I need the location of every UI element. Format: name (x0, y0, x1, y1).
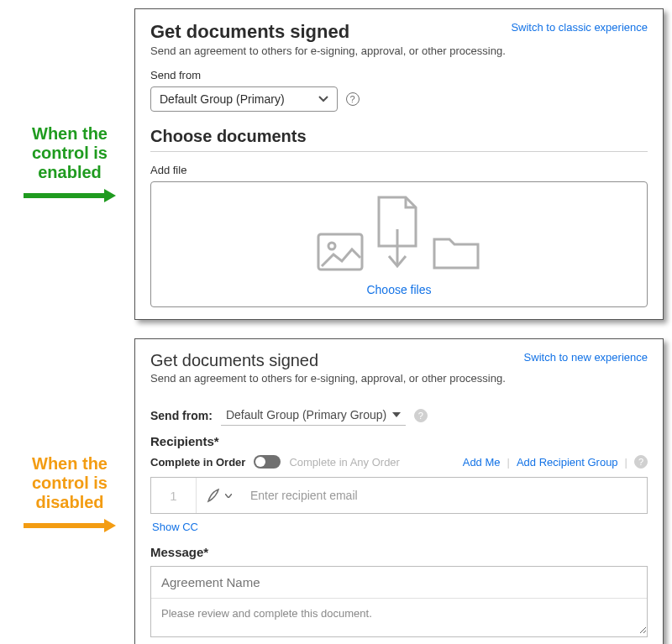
annotation-enabled: When the control is enabled (8, 124, 134, 204)
choose-files-link[interactable]: Choose files (151, 283, 647, 296)
switch-experience-link[interactable]: Switch to classic experience (511, 21, 648, 34)
recipient-email-input[interactable] (242, 478, 647, 513)
chevron-down-icon (318, 96, 328, 102)
modern-panel: Get documents signed Send an agreement t… (134, 8, 664, 320)
help-icon[interactable]: ? (634, 455, 648, 469)
svg-point-3 (328, 243, 335, 249)
show-cc-link[interactable]: Show CC (152, 521, 648, 533)
agreement-name-input[interactable] (151, 567, 647, 599)
annotation-disabled-text: When the control is disabled (32, 454, 108, 511)
send-from-value: Default Group (Primary Group) (226, 408, 386, 421)
arrow-right-icon (24, 517, 116, 534)
arrow-right-icon (24, 187, 116, 204)
send-from-value: Default Group (Primary) (160, 92, 285, 106)
divider: | (625, 456, 627, 469)
add-recipient-group-link[interactable]: Add Recipient Group (517, 456, 618, 469)
complete-any-order-label: Complete in Any Order (289, 456, 400, 469)
message-body-textarea[interactable] (151, 599, 647, 634)
recipients-heading: Recipients* (150, 434, 648, 448)
svg-marker-6 (104, 519, 116, 532)
switch-experience-link[interactable]: Switch to new experience (524, 351, 648, 364)
page-title: Get documents signed (150, 351, 506, 370)
annotation-disabled: When the control is disabled (8, 454, 134, 534)
page-subtitle: Send an agreement to others for e-signin… (150, 372, 506, 385)
send-from-select[interactable]: Default Group (Primary Group) (221, 405, 406, 426)
file-download-icon (374, 196, 421, 271)
page-subtitle: Send an agreement to others for e-signin… (150, 45, 506, 57)
help-icon[interactable]: ? (346, 92, 360, 106)
folder-icon (431, 233, 481, 271)
recipient-index: 1 (151, 478, 197, 513)
pen-icon (207, 488, 222, 503)
help-icon[interactable]: ? (414, 409, 428, 422)
add-me-link[interactable]: Add Me (463, 456, 501, 469)
image-icon (317, 233, 364, 271)
annotation-enabled-text: When the control is enabled (32, 124, 108, 181)
divider (150, 151, 648, 152)
page-title: Get documents signed (150, 21, 506, 43)
complete-in-order-label: Complete in Order (150, 456, 245, 469)
chevron-down-icon (225, 494, 232, 498)
order-toggle[interactable] (254, 455, 281, 469)
add-file-label: Add file (150, 164, 648, 176)
caret-down-icon (392, 412, 401, 417)
message-heading: Message* (150, 545, 648, 559)
send-from-select[interactable]: Default Group (Primary) (150, 86, 338, 112)
recipient-row: 1 (150, 477, 648, 514)
file-dropzone[interactable]: Choose files (150, 181, 648, 307)
send-from-label: Send from (150, 69, 648, 81)
divider: | (507, 456, 510, 469)
svg-marker-1 (104, 189, 116, 202)
choose-documents-heading: Choose documents (150, 127, 648, 146)
message-box (150, 566, 648, 637)
classic-panel: Get documents signed Send an agreement t… (134, 338, 664, 644)
recipient-role-select[interactable] (197, 478, 242, 513)
send-from-label: Send from: (150, 409, 213, 422)
